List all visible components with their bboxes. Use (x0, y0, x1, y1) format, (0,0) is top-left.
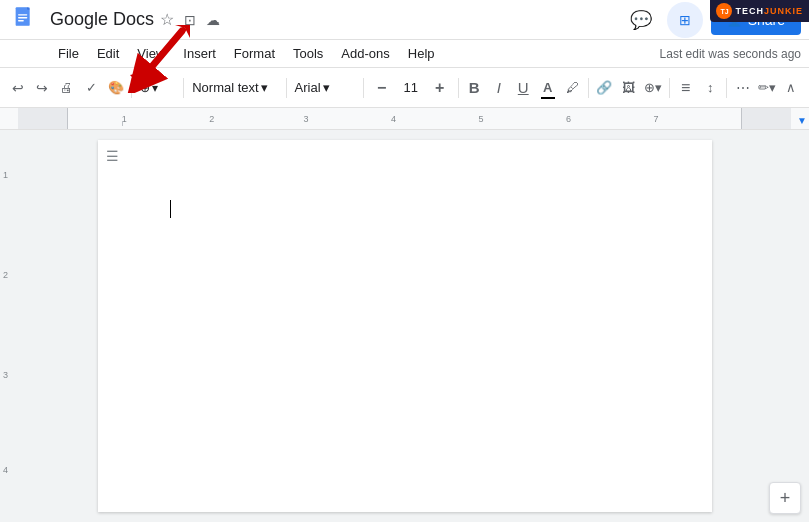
ruler-mark-6: 6 (566, 114, 571, 124)
paint-format-button[interactable]: 🎨 (104, 74, 127, 102)
toolbar-sep-1 (131, 78, 132, 98)
italic-button[interactable]: I (487, 74, 510, 102)
ruler-mark-7: 7 (654, 114, 659, 124)
ruler-left-pad (0, 108, 18, 129)
ruler-left-margin (18, 108, 68, 129)
menu-bar: File Edit View Insert Format Tools Add-o… (0, 40, 809, 68)
underline-button[interactable]: U (511, 74, 534, 102)
techjunkie-badge: TJ TECHJUNKIE (710, 0, 809, 22)
more-insert-button[interactable]: ⊕▾ (642, 74, 665, 102)
comment-icon: 💬 (630, 9, 652, 31)
page-num-4: 4 (3, 465, 8, 475)
tech-label: TECH (735, 6, 764, 16)
undo-button[interactable]: ↩ (6, 74, 29, 102)
menu-insert[interactable]: Insert (175, 43, 224, 64)
cloud-icon[interactable]: ☁ (206, 12, 220, 28)
ruler-mark-4: 4 (391, 114, 396, 124)
left-gutter: 1 2 3 4 (0, 130, 18, 522)
last-edit-status[interactable]: Last edit was seconds ago (660, 47, 801, 61)
ruler-scroll-arrow: ▼ (797, 115, 807, 126)
font-size-minus-button[interactable]: − (368, 74, 396, 102)
svg-rect-1 (16, 7, 30, 26)
menu-view[interactable]: View (129, 43, 173, 64)
ruler-right-pad: ▼ (791, 108, 809, 129)
doc-container: ☰ (18, 130, 791, 522)
zoom-icon: ⊕ (140, 81, 150, 95)
font-chevron-icon: ▾ (323, 80, 330, 95)
ruler-right-margin (741, 108, 791, 129)
toolbar-sep-4 (363, 78, 364, 98)
editing-pen-button[interactable]: ✏▾ (755, 74, 778, 102)
document-page[interactable]: ☰ (98, 140, 712, 512)
ruler: 1 2 3 4 5 6 7 ▼ (0, 108, 809, 130)
title-icons: ☆ ⊡ ☁ (160, 10, 220, 29)
redo-button[interactable]: ↪ (30, 74, 53, 102)
ruler-line-1 (122, 121, 123, 126)
text-color-icon: A (543, 80, 552, 95)
app-icon (8, 3, 42, 37)
toolbar-sep-3 (286, 78, 287, 98)
toolbar: ↩ ↪ 🖨 ✓ 🎨 ⊕ ▾ Normal text ▾ Arial ▾ − 11… (0, 68, 809, 108)
menu-help[interactable]: Help (400, 43, 443, 64)
toolbar-sep-6 (588, 78, 589, 98)
star-icon[interactable]: ☆ (160, 10, 174, 29)
text-cursor (170, 200, 171, 218)
font-size-container: − 11 + (368, 74, 454, 102)
font-value: Arial (295, 80, 321, 95)
add-icon: + (780, 488, 791, 509)
link-button[interactable]: 🔗 (593, 74, 616, 102)
main-area: 1 2 3 4 ☰ + (0, 130, 809, 522)
align-button[interactable]: ≡ (674, 74, 697, 102)
toolbar-sep-2 (183, 78, 184, 98)
svg-rect-4 (18, 20, 24, 21)
page-num-3: 3 (3, 370, 8, 380)
folder-icon[interactable]: ⊡ (184, 12, 196, 28)
bold-button[interactable]: B (463, 74, 486, 102)
toolbar-sep-8 (726, 78, 727, 98)
font-size-value[interactable]: 11 (398, 80, 424, 95)
font-size-plus-button[interactable]: + (426, 74, 454, 102)
page-bookmark-icon: ☰ (106, 148, 119, 164)
junkie-label: JUNKIE (764, 6, 803, 16)
more-options-button[interactable]: ⋯ (731, 74, 754, 102)
page-num-1: 1 (3, 170, 8, 180)
comment-button[interactable]: 💬 (623, 2, 659, 38)
zoom-dropdown[interactable]: ⊕ ▾ (136, 74, 179, 102)
ruler-content: 1 2 3 4 5 6 7 (68, 108, 741, 129)
svg-rect-2 (18, 14, 27, 15)
menu-format[interactable]: Format (226, 43, 283, 64)
image-button[interactable]: 🖼 (617, 74, 640, 102)
title-bar: Google Docs ☆ ⊡ ☁ 💬 ⊞ 👤 Share (0, 0, 809, 40)
print-button[interactable]: 🖨 (55, 74, 78, 102)
collapse-toolbar-button[interactable]: ∧ (780, 74, 803, 102)
menu-tools[interactable]: Tools (285, 43, 331, 64)
page-num-2: 2 (3, 270, 8, 280)
ruler-mark-3: 3 (304, 114, 309, 124)
svg-rect-3 (18, 17, 27, 18)
text-style-dropdown[interactable]: Normal text ▾ (188, 74, 281, 102)
app-title: Google Docs (50, 9, 154, 30)
text-color-button[interactable]: A (536, 74, 559, 102)
techjunkie-icon: TJ (716, 3, 732, 19)
style-value: Normal text (192, 80, 258, 95)
meet-icon: ⊞ (679, 12, 691, 28)
right-sidebar (791, 130, 809, 522)
meet-button[interactable]: ⊞ (667, 2, 703, 38)
techjunkie-text: TECHJUNKIE (735, 6, 803, 16)
toolbar-sep-7 (669, 78, 670, 98)
spellcheck-button[interactable]: ✓ (79, 74, 102, 102)
line-spacing-button[interactable]: ↕ (698, 74, 721, 102)
menu-file[interactable]: File (50, 43, 87, 64)
font-dropdown[interactable]: Arial ▾ (291, 74, 359, 102)
text-color-bar (541, 97, 555, 99)
menu-edit[interactable]: Edit (89, 43, 127, 64)
toolbar-sep-5 (458, 78, 459, 98)
add-button[interactable]: + (769, 482, 801, 514)
menu-addons[interactable]: Add-ons (333, 43, 397, 64)
style-chevron-icon: ▾ (261, 80, 268, 95)
chevron-down-icon: ▾ (152, 81, 158, 95)
ruler-mark-2: 2 (209, 114, 214, 124)
highlight-button[interactable]: 🖊 (560, 74, 583, 102)
ruler-mark-5: 5 (479, 114, 484, 124)
